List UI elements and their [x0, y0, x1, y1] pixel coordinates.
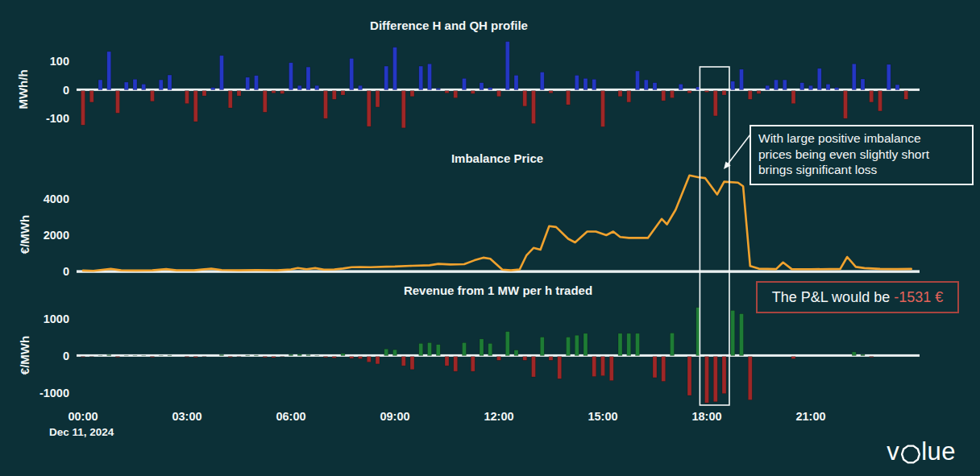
bar-positive — [133, 79, 137, 89]
bar-positive — [142, 84, 146, 89]
bar-negative — [193, 91, 197, 122]
y-tick-label: 0 — [63, 265, 69, 278]
bar-positive — [627, 333, 631, 356]
bar-positive — [618, 333, 622, 356]
annotation-line-2: prices being even slightly short — [758, 147, 965, 163]
annotation-box: With large positive imbalance prices bei… — [750, 125, 974, 185]
bar-negative — [89, 91, 93, 102]
bar-negative — [401, 91, 405, 128]
bar-negative — [228, 91, 232, 108]
volue-logo-o-icon — [901, 445, 920, 464]
bar-positive — [731, 81, 735, 90]
x-tick-label: 21:00 — [795, 410, 825, 423]
bar-negative — [445, 357, 449, 366]
bar-negative — [532, 357, 536, 377]
bar-positive — [168, 75, 172, 89]
bar-negative — [662, 91, 666, 101]
zero-axis-line — [77, 270, 920, 272]
y-axis-unit-eur-mwh-revenue: €/MWh — [18, 336, 31, 375]
bar-negative — [237, 91, 241, 96]
bar-positive — [861, 79, 865, 89]
bar-positive — [107, 355, 111, 356]
bar-negative — [272, 91, 276, 93]
bar-positive — [505, 42, 509, 90]
bar-positive — [514, 350, 518, 356]
bar-positive — [428, 64, 432, 89]
bar-positive — [575, 75, 579, 89]
bar-negative — [870, 357, 874, 358]
x-tick-label: 03:00 — [172, 410, 201, 423]
volue-logo-text-v: v — [887, 437, 899, 466]
bar-positive — [480, 83, 484, 90]
bar-negative — [228, 357, 232, 358]
bar-negative — [367, 91, 371, 126]
bar-negative — [713, 91, 717, 116]
bar-negative — [791, 91, 795, 104]
bar-negative — [757, 91, 761, 94]
bar-negative — [410, 91, 414, 97]
bar-negative — [870, 91, 874, 102]
bar-positive — [895, 85, 899, 89]
bar-positive — [488, 343, 492, 355]
bar-positive — [740, 314, 744, 356]
bar-positive — [463, 342, 467, 355]
x-tick-label: 15:00 — [588, 410, 617, 423]
bar-negative — [662, 357, 666, 382]
bar-negative — [523, 357, 527, 361]
pnl-text: The P&L would be — [772, 289, 894, 306]
bar-positive — [246, 77, 250, 90]
chart-title-difference: Difference H and QH profile — [370, 19, 528, 32]
bar-negative — [445, 91, 449, 93]
bar-positive — [731, 310, 735, 355]
bar-positive — [783, 80, 787, 89]
bar-positive — [350, 58, 354, 89]
bar-positive — [428, 342, 432, 355]
chart-title-revenue: Revenue from 1 MW per h traded — [404, 284, 592, 297]
bar-positive — [107, 52, 111, 90]
bar-negative — [454, 91, 458, 98]
bar-negative — [471, 357, 475, 371]
bar-positive — [359, 85, 363, 89]
bar-positive — [289, 63, 293, 90]
bar-negative — [151, 357, 155, 358]
bar-negative — [601, 91, 605, 127]
bar-positive — [671, 333, 675, 355]
pnl-value: -1531 € — [894, 289, 943, 306]
bar-negative — [263, 91, 267, 113]
bar-positive — [835, 88, 839, 90]
bar-positive — [255, 76, 259, 90]
bar-positive — [419, 66, 423, 89]
bar-negative — [567, 91, 571, 105]
bar-negative — [332, 357, 336, 358]
axis-date-label: Dec 11, 2024 — [49, 426, 114, 438]
bar-negative — [263, 357, 267, 358]
bar-positive — [575, 335, 579, 355]
dashboard: 1000-10040002000010000-100000:0003:0006:… — [0, 0, 980, 476]
y-tick-label: 0 — [63, 84, 69, 97]
bar-positive — [488, 88, 492, 90]
bar-negative — [376, 91, 380, 107]
bar-negative — [376, 357, 380, 364]
bar-negative — [558, 357, 562, 379]
bar-negative — [350, 357, 354, 358]
bar-negative — [618, 91, 622, 97]
bar-positive — [159, 80, 163, 89]
annotation-line-3: brings significant loss — [758, 162, 965, 178]
bar-negative — [609, 357, 613, 381]
bar-negative — [722, 91, 726, 95]
y-tick-label: 2000 — [44, 229, 69, 242]
bar-positive — [306, 67, 310, 89]
bar-negative — [687, 91, 691, 93]
bar-positive — [583, 78, 588, 89]
bar-positive — [297, 354, 301, 356]
y-tick-label: 4000 — [44, 192, 69, 205]
bar-positive — [297, 85, 301, 89]
bar-negative — [410, 357, 414, 370]
bar-negative — [332, 91, 336, 100]
bar-positive — [861, 354, 865, 355]
bar-positive — [800, 83, 804, 90]
bar-positive — [592, 79, 596, 89]
bar-negative — [202, 91, 206, 96]
y-tick-label: 100 — [50, 55, 69, 68]
bar-positive — [540, 337, 544, 356]
